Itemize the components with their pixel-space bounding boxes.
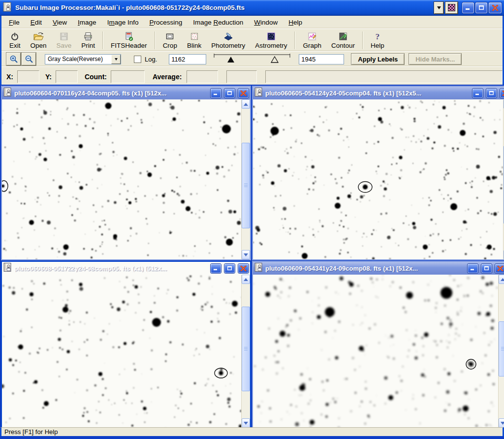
fits-image-icon bbox=[3, 263, 12, 274]
vertical-scrollbar[interactable] bbox=[241, 99, 250, 259]
menu-edit[interactable]: Edit bbox=[25, 17, 47, 28]
child-close-button[interactable] bbox=[495, 264, 504, 273]
menu-file[interactable]: File bbox=[3, 17, 25, 28]
slider-handle-high[interactable] bbox=[271, 57, 278, 63]
maximize-button[interactable] bbox=[475, 2, 487, 13]
vertical-scrollbar[interactable] bbox=[498, 275, 504, 427]
scrollbar-track[interactable] bbox=[499, 284, 504, 418]
child-minimize-button[interactable] bbox=[468, 264, 478, 273]
fitsheader-button[interactable]: FITSHeader bbox=[106, 30, 152, 51]
scrollbar-thumb[interactable] bbox=[242, 307, 250, 391]
child-maximize-button[interactable] bbox=[224, 264, 235, 273]
contrast-slider[interactable] bbox=[213, 53, 292, 65]
log-checkbox[interactable] bbox=[134, 56, 141, 63]
scroll-down-button[interactable] bbox=[242, 250, 250, 259]
child-minimize-button[interactable] bbox=[211, 264, 221, 273]
blink-button[interactable]: Blink bbox=[182, 30, 206, 51]
contour-icon bbox=[338, 31, 348, 41]
child-maximize-button[interactable] bbox=[486, 89, 497, 98]
scrollbar-track[interactable] bbox=[242, 284, 250, 418]
menu-window[interactable]: Window bbox=[249, 17, 283, 28]
titlebar-dropdown-button[interactable] bbox=[434, 2, 443, 14]
starfield-image[interactable] bbox=[2, 275, 241, 427]
level-min-input[interactable] bbox=[169, 54, 206, 64]
scroll-up-button[interactable] bbox=[242, 275, 250, 284]
printer-icon bbox=[83, 31, 93, 41]
help-icon: ? bbox=[373, 31, 382, 41]
main-titlebar[interactable]: Subaru Image Processor:Makali`i - pluto0… bbox=[0, 0, 504, 16]
contour-button[interactable]: Contour bbox=[326, 30, 360, 51]
toolbar-button-label: Open bbox=[31, 42, 47, 49]
menu-view[interactable]: View bbox=[47, 17, 72, 28]
minimize-button[interactable] bbox=[462, 2, 474, 13]
child-maximize-button[interactable] bbox=[481, 264, 492, 273]
fits-image-icon bbox=[254, 263, 263, 274]
x-label: X: bbox=[6, 73, 13, 81]
menu-image-reduction[interactable]: Image Reduction bbox=[188, 17, 249, 28]
child-minimize-button[interactable] bbox=[472, 89, 483, 98]
vertical-scrollbar[interactable] bbox=[241, 275, 250, 427]
zoom-out-button[interactable] bbox=[22, 53, 36, 65]
image-viewport[interactable] bbox=[2, 275, 250, 427]
crop-button[interactable]: Crop bbox=[158, 30, 182, 51]
slider-handle-low[interactable] bbox=[227, 57, 234, 63]
level-max-input[interactable] bbox=[299, 54, 344, 64]
child-titlebar[interactable]: pluto060604-070116y24-04comp05. fts (x1)… bbox=[2, 87, 250, 99]
zoom-in-button[interactable] bbox=[6, 53, 21, 65]
graph-button[interactable]: Graph bbox=[298, 30, 326, 51]
child-close-button[interactable] bbox=[500, 89, 504, 98]
child-close-button[interactable] bbox=[238, 89, 249, 98]
extra-value-box bbox=[226, 70, 257, 83]
scrollbar-track[interactable] bbox=[242, 109, 250, 250]
close-icon bbox=[492, 5, 499, 11]
starfield-image[interactable] bbox=[253, 275, 498, 427]
image-viewport[interactable] bbox=[2, 99, 250, 259]
scroll-down-button[interactable] bbox=[242, 418, 250, 427]
child-close-button[interactable] bbox=[238, 264, 249, 273]
svg-text:?: ? bbox=[376, 32, 380, 41]
scrollbar-thumb[interactable] bbox=[499, 321, 504, 376]
help-button[interactable]: ?Help bbox=[366, 30, 389, 51]
menu-image[interactable]: Image bbox=[72, 17, 102, 28]
child-titlebar[interactable]: pluto060605-054124y24-05comp04. fts (x1)… bbox=[253, 87, 504, 99]
exit-button[interactable]: Exit bbox=[4, 30, 26, 51]
scale-mode-select[interactable]: Gray Scale(Reverse) bbox=[45, 54, 121, 64]
minimize-icon bbox=[465, 5, 471, 10]
maximize-icon bbox=[227, 266, 232, 271]
astrometry-icon bbox=[266, 31, 276, 41]
chevron-up-icon bbox=[244, 103, 248, 106]
open-button[interactable]: Open bbox=[26, 30, 52, 51]
toolbar-button-label: Graph bbox=[303, 42, 321, 49]
image-viewport[interactable] bbox=[253, 275, 504, 427]
image-viewport[interactable] bbox=[253, 99, 504, 259]
scrollbar-thumb[interactable] bbox=[242, 143, 250, 228]
apply-labels-button[interactable]: Apply Lebels bbox=[351, 53, 405, 65]
starfield-image[interactable] bbox=[253, 99, 503, 259]
photometry-button[interactable]: Photometry bbox=[206, 30, 250, 51]
combo-dropdown-button[interactable] bbox=[111, 55, 121, 64]
menu-image-info[interactable]: Image Info bbox=[102, 17, 144, 28]
close-button[interactable] bbox=[489, 2, 502, 13]
scroll-down-button[interactable] bbox=[499, 418, 504, 427]
print-button[interactable]: Print bbox=[76, 30, 100, 51]
child-window-title: pluto060609-054341y24-09comp08. fts (x1)… bbox=[265, 265, 464, 272]
child-titlebar[interactable]: pluto060608-051722y24-08comp05. fts (x1)… bbox=[2, 262, 250, 275]
average-value-box bbox=[187, 70, 218, 83]
chevron-down-icon bbox=[244, 253, 248, 256]
titlebar-pattern-button[interactable] bbox=[445, 2, 458, 14]
astrometry-button[interactable]: Astrometry bbox=[250, 30, 292, 51]
scroll-up-button[interactable] bbox=[242, 99, 250, 109]
menu-processing[interactable]: Processing bbox=[144, 17, 188, 28]
starfield-image[interactable] bbox=[2, 99, 241, 259]
graph-icon bbox=[307, 31, 317, 41]
window-title: Subaru Image Processor:Makali`i - pluto0… bbox=[15, 4, 432, 11]
scroll-up-button[interactable] bbox=[499, 275, 504, 284]
chevron-down-icon bbox=[244, 422, 248, 425]
child-minimize-button[interactable] bbox=[211, 89, 221, 98]
menu-help[interactable]: Help bbox=[283, 17, 308, 28]
child-maximize-button[interactable] bbox=[224, 89, 235, 98]
zoom-in-icon bbox=[9, 55, 18, 63]
toolbar-button-label: FITSHeader bbox=[111, 42, 147, 49]
child-titlebar[interactable]: pluto060609-054341y24-09comp08. fts (x1)… bbox=[253, 262, 504, 275]
fits-image-icon bbox=[3, 88, 12, 98]
